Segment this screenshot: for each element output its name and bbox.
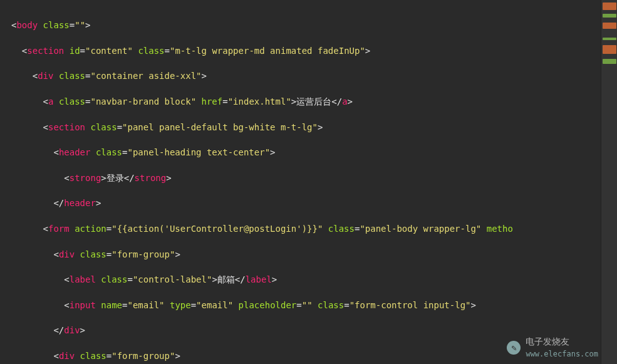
code-line: <input name="email" type="email" placeho…	[11, 299, 617, 311]
code-editor-viewport[interactable]: <body class=""> <section id="content" cl…	[0, 0, 617, 364]
code-line: <section class="panel panel-default bg-w…	[11, 121, 617, 133]
code-line: <body class="">	[11, 19, 617, 31]
logo-icon: ✎	[507, 341, 521, 355]
watermark: ✎ 电子发烧友 www.elecfans.com	[507, 335, 598, 360]
code-line: <form action="{{action('UserController@p…	[11, 222, 617, 235]
watermark-url: www.elecfans.com	[526, 350, 598, 358]
code-line: <div class="container aside-xxl">	[11, 70, 617, 82]
code-line: </header>	[11, 197, 617, 209]
code-line: <a class="navbar-brand block" href="inde…	[11, 95, 617, 108]
code-line: <section id="content" class="m-t-lg wrap…	[11, 44, 617, 57]
code-line: <strong>登录</strong>	[11, 172, 617, 184]
code-line: <div class="form-group">	[11, 248, 617, 261]
code-line: <header class="panel-heading text-center…	[11, 146, 617, 159]
code-line: <label class="control-label">邮箱</label>	[11, 273, 617, 286]
minimap[interactable]	[601, 0, 617, 364]
watermark-title: 电子发烧友	[526, 336, 569, 346]
